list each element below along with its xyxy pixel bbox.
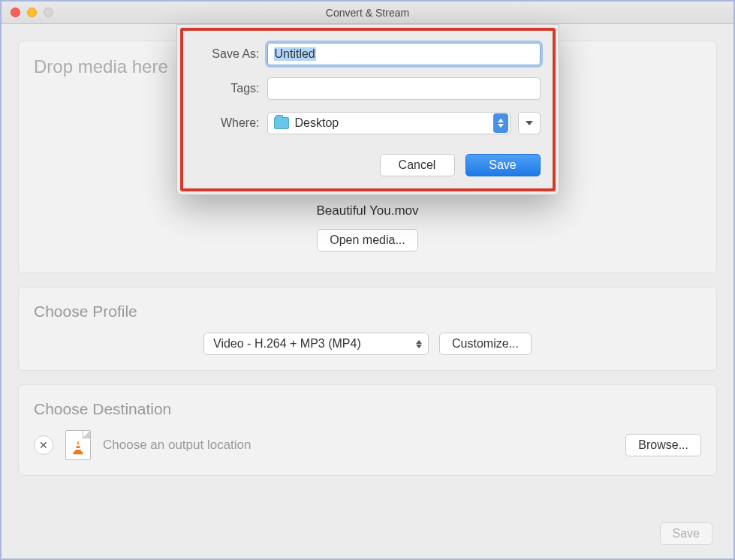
profile-row: Video - H.264 + MP3 (MP4) Customize... bbox=[34, 333, 701, 355]
save-sheet-dialog: Save As: Untitled Tags: Where: Desktop bbox=[176, 24, 559, 195]
choose-profile-panel: Choose Profile Video - H.264 + MP3 (MP4)… bbox=[18, 287, 717, 371]
sheet-footer: Cancel Save bbox=[195, 154, 541, 176]
choose-profile-title: Choose Profile bbox=[34, 303, 701, 321]
folder-icon bbox=[274, 117, 289, 129]
where-label: Where: bbox=[195, 116, 260, 130]
profile-select-wrap: Video - H.264 + MP3 (MP4) bbox=[203, 333, 429, 355]
stepper-arrows-icon bbox=[493, 113, 508, 133]
vlc-file-icon bbox=[65, 430, 91, 460]
traffic-lights bbox=[11, 8, 53, 17]
customize-button[interactable]: Customize... bbox=[439, 333, 532, 355]
save-button: Save bbox=[660, 522, 712, 545]
maximize-window-button[interactable] bbox=[44, 8, 53, 17]
svg-rect-3 bbox=[74, 452, 83, 454]
save-as-input[interactable]: Untitled bbox=[267, 43, 541, 65]
tags-row: Tags: bbox=[195, 77, 541, 100]
titlebar: Convert & Stream bbox=[2, 2, 733, 24]
chevron-down-icon bbox=[526, 121, 533, 125]
convert-stream-window: Convert & Stream Drop media here Beautif… bbox=[2, 2, 733, 558]
save-as-label: Save As: bbox=[195, 47, 260, 61]
close-window-button[interactable] bbox=[11, 8, 20, 17]
profile-select[interactable]: Video - H.264 + MP3 (MP4) bbox=[203, 333, 429, 355]
svg-rect-1 bbox=[77, 444, 80, 446]
expand-save-dialog-button[interactable] bbox=[518, 112, 541, 134]
clear-destination-button[interactable]: ✕ bbox=[34, 435, 53, 455]
cancel-button[interactable]: Cancel bbox=[380, 154, 455, 176]
save-as-value: Untitled bbox=[274, 47, 316, 61]
minimize-window-button[interactable] bbox=[27, 8, 37, 17]
svg-marker-0 bbox=[75, 441, 81, 452]
destination-row: ✕ Choose an output location Browse... bbox=[34, 430, 701, 460]
open-media-button[interactable]: Open media... bbox=[317, 229, 418, 251]
window-footer: Save bbox=[2, 515, 733, 558]
choose-destination-panel: Choose Destination ✕ Choose an output lo… bbox=[18, 384, 717, 476]
where-select[interactable]: Desktop bbox=[267, 112, 511, 134]
media-filename: Beautiful You.mov bbox=[316, 203, 418, 218]
profile-select-value: Video - H.264 + MP3 (MP4) bbox=[213, 337, 361, 351]
sheet-save-button[interactable]: Save bbox=[465, 154, 541, 176]
browse-button[interactable]: Browse... bbox=[625, 434, 701, 456]
save-as-row: Save As: Untitled bbox=[195, 43, 541, 65]
tags-label: Tags: bbox=[195, 82, 260, 95]
where-value: Desktop bbox=[295, 116, 487, 130]
save-sheet-overlay: Save As: Untitled Tags: Where: Desktop bbox=[2, 24, 733, 195]
window-title: Convert & Stream bbox=[326, 7, 409, 19]
where-row: Where: Desktop bbox=[195, 112, 541, 134]
tags-input[interactable] bbox=[267, 77, 541, 100]
svg-rect-2 bbox=[76, 448, 81, 450]
destination-placeholder: Choose an output location bbox=[103, 438, 252, 453]
choose-destination-title: Choose Destination bbox=[34, 400, 701, 418]
